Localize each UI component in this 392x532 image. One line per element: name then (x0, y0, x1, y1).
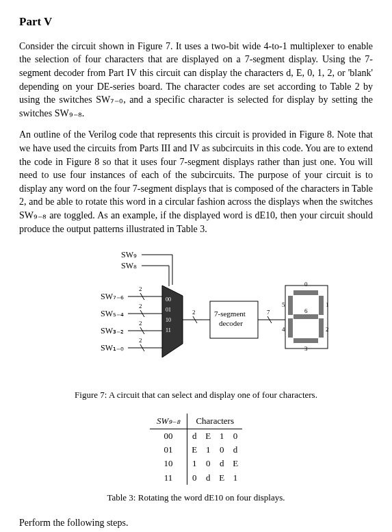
label-sw8: SW₈ (121, 261, 137, 270)
label-sw10: SW₁₋₀ (101, 343, 124, 353)
table-row: 11 0 d E 1 (150, 471, 242, 485)
svg-rect-24 (288, 296, 293, 315)
mux-10: 10 (166, 317, 171, 323)
seg-5: 5 (282, 301, 285, 308)
seg-4: 4 (282, 326, 285, 333)
bus-2e: 2 (192, 309, 196, 316)
mux-01: 01 (166, 307, 171, 313)
circuit-diagram: SW₉ SW₈ SW₇₋₆ SW₅₋₄ SW₃₋₂ SW₁₋₀ 2 2 2 2 … (53, 248, 340, 378)
mux-00: 00 (166, 296, 171, 303)
seg-6: 6 (304, 307, 308, 314)
steps-intro: Perform the following steps. (19, 516, 373, 530)
table3-header-left: SW₉₋₈ (150, 414, 187, 429)
label-sw54: SW₅₋₄ (101, 309, 124, 318)
table-row: 00 d E 1 0 (150, 429, 242, 444)
bus-2a: 2 (139, 286, 142, 292)
svg-rect-21 (319, 318, 324, 338)
svg-rect-19 (293, 290, 318, 295)
figure-7-caption: Figure 7: A circuit that can select and … (19, 389, 373, 401)
label-sw32: SW₃₋₂ (101, 326, 124, 335)
svg-rect-25 (293, 314, 318, 319)
table-3-caption: Table 3: Rotating the word dE10 on four … (19, 492, 373, 504)
bus-2b: 2 (139, 303, 142, 309)
table-3: SW₉₋₈ Characters 00 d E 1 0 01 E 1 0 d 1… (150, 414, 242, 485)
paragraph-2: An outline of the Verilog code that repr… (19, 128, 373, 236)
figure-7: SW₉ SW₈ SW₇₋₆ SW₅₋₄ SW₃₋₂ SW₁₋₀ 2 2 2 2 … (19, 248, 373, 382)
table3-header-right: Characters (187, 414, 242, 429)
seg-0: 0 (304, 281, 308, 288)
bus-2d: 2 (139, 337, 142, 344)
svg-rect-20 (319, 296, 324, 315)
label-sw76: SW₇₋₆ (101, 292, 124, 301)
svg-rect-22 (293, 338, 318, 343)
label-sw9: SW₉ (121, 250, 137, 259)
table-row: 01 E 1 0 d (150, 443, 242, 457)
bus-7: 7 (267, 309, 270, 316)
paragraph-1: Consider the circuit shown in Figure 7. … (19, 40, 373, 121)
svg-rect-23 (288, 318, 293, 338)
seg-3: 3 (304, 345, 308, 352)
mux-11: 11 (166, 327, 171, 333)
seg-2: 2 (326, 326, 329, 333)
bus-2c: 2 (139, 320, 142, 327)
table-row: 10 1 0 d E (150, 457, 242, 470)
decoder-label-2: decoder (219, 319, 243, 327)
part-title: Part V (19, 14, 373, 30)
decoder-label-1: 7-segment (214, 309, 246, 318)
seg-1: 1 (326, 301, 329, 308)
